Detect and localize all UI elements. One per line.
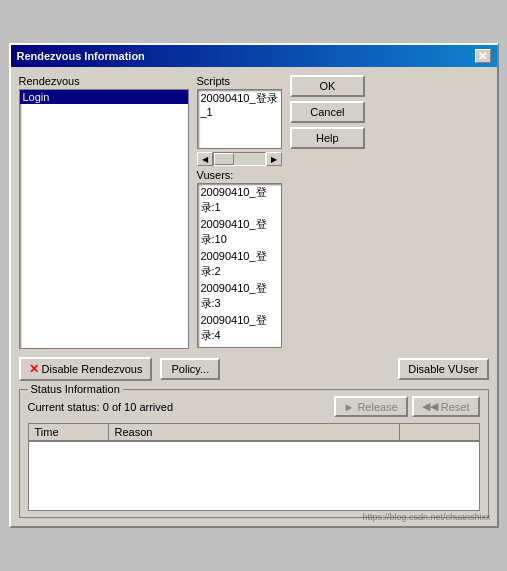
top-right-panel: Scripts 20090410_登录_1 ◀ ▶ Vusers: [197,75,365,349]
reset-label: Reset [441,401,470,413]
release-reset-buttons: ► Release ◀◀ Reset [334,396,480,417]
release-label: Release [357,401,397,413]
current-status-value: 0 of 10 [103,401,137,413]
scrollbar-thumb[interactable] [214,153,234,165]
title-bar: Rendezvous Information ✕ [11,45,497,67]
dialog-title: Rendezvous Information [17,50,145,62]
status-group-label: Status Information [28,383,123,395]
status-table: Time Reason [28,423,480,441]
rendezvous-panel: Rendezvous Login [19,75,189,349]
scripts-label: Scripts [197,75,282,87]
rendezvous-dialog: Rendezvous Information ✕ Rendezvous Logi… [9,43,499,528]
list-item[interactable]: 20090410_登录:4 [198,312,281,344]
ok-button[interactable]: OK [290,75,365,97]
list-item[interactable]: 20090410_登录:3 [198,280,281,312]
watermark: https://blog.csdn.net/chuanshixx [362,512,490,522]
arrived-label: arrived [139,401,173,413]
forward-icon: ► [344,401,355,413]
disable-vuser-button[interactable]: Disable VUser [398,358,488,380]
script-item[interactable]: 20090410_登录_1 [198,90,281,119]
list-item[interactable]: 20090410_登录:10 [198,216,281,248]
status-table-body [28,441,480,511]
list-item[interactable]: 20090410_登录:2 [198,248,281,280]
policy-button[interactable]: Policy... [160,358,220,380]
reason-column-header: Reason [108,424,399,441]
action-buttons: OK Cancel Help [290,75,365,349]
bottom-buttons: ✕ Disable Rendezvous Policy... Disable V… [19,357,489,381]
scroll-right-arrow[interactable]: ▶ [266,152,282,166]
rendezvous-item[interactable]: Login [20,90,188,104]
disable-rendezvous-button[interactable]: ✕ Disable Rendezvous [19,357,153,381]
close-button[interactable]: ✕ [475,49,491,63]
status-group: Status Information Current status: 0 of … [19,389,489,518]
reset-button[interactable]: ◀◀ Reset [412,396,480,417]
disable-rendezvous-label: Disable Rendezvous [42,363,143,375]
dialog-content: Rendezvous Login Scripts 20090410_登录_1 ◀ [11,67,497,526]
list-item[interactable]: 20090410_登录:5 [198,344,281,348]
scripts-vusers-area: Scripts 20090410_登录_1 ◀ ▶ Vusers: [197,75,282,349]
time-column-header: Time [28,424,108,441]
scripts-scrollbar: ◀ ▶ [197,151,282,167]
scripts-listbox[interactable]: 20090410_登录_1 [197,89,282,149]
list-item[interactable]: 20090410_登录:1 [198,184,281,216]
empty-column-header [399,424,479,441]
scrollbar-track[interactable] [213,152,266,166]
rendezvous-listbox[interactable]: Login [19,89,189,349]
vusers-listbox[interactable]: 20090410_登录:1 20090410_登录:10 20090410_登录… [197,183,282,348]
cancel-button[interactable]: Cancel [290,101,365,123]
help-button[interactable]: Help [290,127,365,149]
vusers-label: Vusers: [197,169,282,181]
status-text: Current status: 0 of 10 arrived [28,401,334,413]
current-status-label: Current status: [28,401,100,413]
rewind-icon: ◀◀ [422,400,438,413]
rendezvous-label: Rendezvous [19,75,189,87]
x-icon: ✕ [29,362,39,376]
scroll-left-arrow[interactable]: ◀ [197,152,213,166]
top-section: Rendezvous Login Scripts 20090410_登录_1 ◀ [19,75,489,349]
release-button[interactable]: ► Release [334,396,408,417]
